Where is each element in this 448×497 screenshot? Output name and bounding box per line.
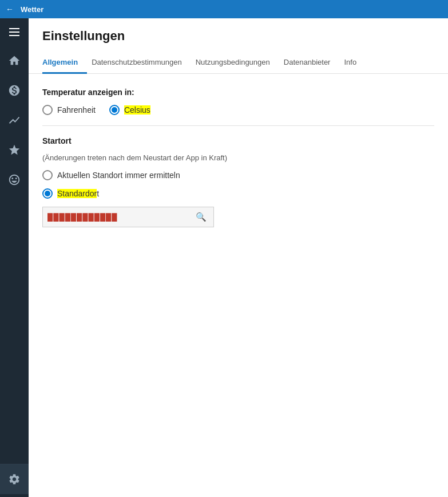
back-button[interactable]: ←: [6, 5, 14, 14]
sidebar-item-favorites[interactable]: [0, 135, 29, 165]
sidebar-item-chart[interactable]: [0, 105, 29, 135]
settings-header: Einstellungen: [29, 18, 448, 53]
tab-nutzung[interactable]: Nutzungsbedingungen: [196, 53, 279, 74]
gear-icon: [8, 473, 21, 486]
star-icon: [8, 144, 21, 156]
currency-icon: [8, 84, 21, 97]
hamburger-icon: [9, 28, 19, 36]
tab-allgemein[interactable]: Allgemein: [42, 53, 87, 74]
hamburger-menu-button[interactable]: [0, 18, 29, 46]
aktuellen-standort-radio[interactable]: [42, 170, 53, 180]
sidebar-item-home[interactable]: [0, 46, 29, 76]
search-button[interactable]: 🔍: [193, 212, 209, 222]
startort-section: Startort (Änderungen treten nach dem Neu…: [42, 136, 434, 227]
celsius-label: Celsius: [124, 105, 150, 115]
search-box[interactable]: 🔍: [42, 207, 214, 227]
fahrenheit-label: Fahrenheit: [57, 105, 96, 115]
aktuellen-standort-label: Aktuellen Standort immer ermitteln: [57, 171, 180, 180]
temperature-section-label: Temperatur anzeigen in:: [42, 88, 434, 97]
fahrenheit-option[interactable]: Fahrenheit: [42, 105, 96, 115]
content-area: Einstellungen Allgemein Datenschutzbesti…: [29, 18, 448, 497]
divider: [42, 125, 434, 126]
sidebar: [0, 18, 29, 497]
tab-info[interactable]: Info: [344, 53, 366, 74]
home-icon: [8, 54, 21, 67]
standardort-radio[interactable]: [42, 188, 53, 199]
startort-radio-group: Aktuellen Standort immer ermitteln Stand…: [42, 170, 434, 199]
sidebar-item-currency[interactable]: [0, 76, 29, 105]
tab-datenanbieter[interactable]: Datenanbieter: [284, 53, 340, 74]
celsius-radio-inner: [112, 107, 117, 113]
chart-icon: [8, 114, 21, 127]
celsius-option[interactable]: Celsius: [109, 105, 150, 115]
search-input[interactable]: [47, 213, 193, 222]
aktuellen-standort-option[interactable]: Aktuellen Standort immer ermitteln: [42, 170, 434, 180]
temperature-radio-group: Fahrenheit Celsius: [42, 105, 434, 115]
fahrenheit-radio[interactable]: [42, 105, 53, 115]
startort-label: Startort: [42, 136, 434, 145]
app-title: Wetter: [21, 5, 43, 14]
sidebar-item-emoji[interactable]: [0, 165, 29, 195]
sidebar-settings-button[interactable]: [0, 464, 29, 494]
page-title: Einstellungen: [42, 29, 434, 44]
standardort-label: Standardort: [57, 189, 99, 198]
standardort-radio-inner: [45, 191, 50, 196]
smiley-icon: [8, 173, 21, 186]
celsius-radio[interactable]: [109, 105, 120, 115]
title-bar: ← Wetter: [0, 0, 448, 18]
standardort-option[interactable]: Standardort: [42, 188, 434, 199]
startort-note: (Änderungen treten nach dem Neustart der…: [42, 153, 434, 162]
tabs-bar: Allgemein Datenschutzbestimmungen Nutzun…: [29, 53, 448, 74]
tab-datenschutz[interactable]: Datenschutzbestimmungen: [92, 53, 191, 74]
settings-content: Temperatur anzeigen in: Fahrenheit Celsi…: [29, 74, 448, 497]
